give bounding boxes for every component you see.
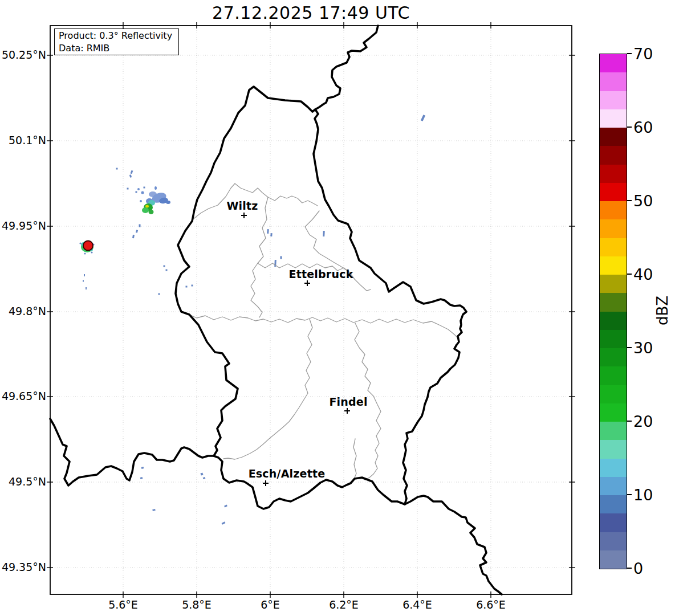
lat-tick-label: 49.95°N — [2, 219, 46, 232]
colorbar-band — [600, 312, 627, 330]
colorbar-band — [600, 201, 627, 219]
radar-echo-speck — [267, 229, 269, 234]
colorbar-tick — [627, 347, 632, 348]
colorbar-tick — [627, 421, 632, 422]
radar-echo-speck — [136, 191, 137, 193]
lat-tick-label: 49.35°N — [2, 561, 46, 573]
radar-echo-speck — [141, 467, 144, 469]
colorbar-band — [600, 440, 627, 458]
colorbar-tick — [627, 494, 632, 495]
radar-echo-speck — [136, 230, 138, 233]
radar-site-speckle — [79, 242, 81, 244]
radar-echo-speck — [83, 280, 84, 282]
colorbar-tick — [627, 274, 632, 275]
colorbar-tick-label: 10 — [633, 487, 653, 503]
radar-echo-speck — [129, 174, 132, 178]
colorbar-band — [600, 275, 627, 293]
colorbar-band — [600, 256, 627, 275]
radar-echo-speck — [131, 170, 133, 174]
district-border — [251, 197, 268, 317]
radar-echo-speck — [323, 231, 325, 236]
colorbar-band — [600, 366, 627, 385]
radar-echo-speck — [192, 285, 193, 287]
radar-echo-speck — [200, 472, 203, 475]
colorbar-band — [600, 146, 627, 164]
radar-echo-cell — [142, 207, 149, 213]
colorbar-band — [600, 128, 627, 146]
colorbar-band — [600, 532, 627, 550]
radar-echo-speck — [222, 521, 226, 524]
district-border — [353, 439, 356, 478]
lon-tick-label: 5.8°E — [182, 598, 212, 611]
radar-echo-speck — [186, 286, 188, 288]
colorbar-band — [600, 550, 627, 569]
lat-tick-label: 49.65°N — [2, 390, 46, 402]
lat-tick-label: 50.25°N — [2, 48, 46, 61]
border-luxembourg — [176, 87, 466, 509]
city-label: Ettelbruck — [289, 268, 353, 280]
radar-echo-speck — [139, 225, 141, 227]
colorbar-tick-label: 0 — [633, 561, 643, 576]
colorbar-band — [600, 293, 627, 311]
radar-site-red-dot — [83, 241, 93, 251]
data-source-line: Data: RMIB — [59, 42, 174, 55]
district-border — [305, 211, 351, 274]
city-label: Findel — [329, 395, 367, 408]
colorbar-band — [600, 495, 627, 513]
radar-echo-cell — [145, 205, 149, 208]
radar-echo-speck — [203, 477, 206, 479]
radar-echo-speck — [127, 188, 129, 190]
radar-echo-speck — [86, 287, 87, 289]
colorbar-band — [600, 219, 627, 238]
colorbar-band — [600, 54, 627, 72]
radar-site-speckle — [91, 251, 92, 253]
colorbar-tick — [627, 127, 632, 128]
colorbar-band — [600, 477, 627, 495]
colorbar-tick-label: 60 — [633, 120, 653, 135]
radar-echo-speck — [140, 477, 143, 479]
product-info-box: Product: 0.3° Reflectivity Data: RMIB — [54, 28, 179, 55]
radar-echo-speck — [152, 509, 156, 511]
colorbar-unit-label: dBZ — [654, 296, 671, 325]
lon-tick-label: 6°E — [261, 598, 280, 611]
radar-echo-speck — [270, 233, 273, 236]
radar-echo-cell — [140, 200, 142, 202]
radar-echo-speck — [224, 505, 227, 508]
radar-echo-speck — [280, 256, 282, 259]
radar-echo-speck — [421, 115, 425, 121]
colorbar-tick-label: 30 — [633, 340, 653, 356]
radar-site-speckle — [84, 252, 86, 254]
colorbar-band — [600, 330, 627, 348]
colorbar-tick-label: 70 — [633, 46, 653, 62]
lat-tick-label: 49.8°N — [9, 305, 46, 317]
lon-tick-label: 6.2°E — [329, 598, 359, 611]
city-label: Wiltz — [226, 199, 258, 212]
colorbar-band — [600, 403, 627, 422]
city-label: Esch/Alzette — [249, 467, 326, 480]
lon-tick-label: 6.4°E — [402, 598, 432, 611]
colorbar-band — [600, 109, 627, 128]
radar-echo-speck — [166, 270, 168, 271]
colorbar-band — [600, 385, 627, 403]
radar-echo-cell — [154, 186, 157, 190]
colorbar-band — [600, 238, 627, 256]
radar-echo-speck — [164, 266, 165, 267]
colorbar-band — [600, 422, 627, 440]
colorbar-band — [600, 459, 627, 477]
radar-echo-cell — [137, 188, 140, 190]
colorbar-tick-label: 20 — [633, 414, 653, 429]
map-canvas — [0, 0, 675, 616]
radar-echo-speck — [116, 168, 118, 170]
colorbar-band — [600, 165, 627, 183]
colorbar-band — [600, 513, 627, 532]
radar-echo-cell — [141, 191, 144, 194]
lat-tick-label: 50.1°N — [9, 134, 46, 146]
colorbar-tick — [627, 53, 632, 54]
radar-echo-speck — [132, 235, 135, 238]
radar-echo-cell — [166, 201, 170, 204]
lat-tick-label: 49.5°N — [9, 475, 46, 488]
radar-echo-speck — [84, 274, 85, 276]
border-france-germany — [405, 496, 502, 594]
colorbar-tick-label: 40 — [633, 267, 653, 282]
colorbar-band — [600, 72, 627, 91]
